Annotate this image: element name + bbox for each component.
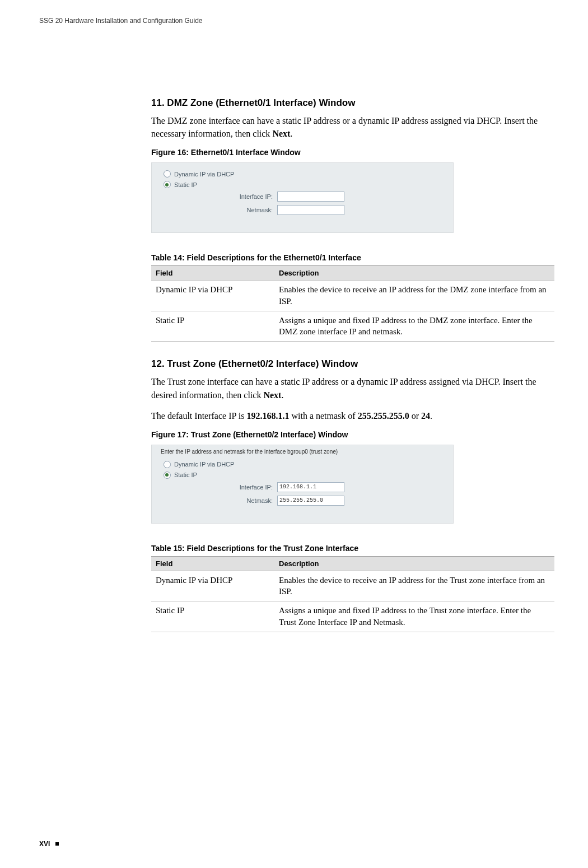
interface-ip-input[interactable] [277,482,344,492]
text: . [281,390,283,400]
text: The default Interface IP is [151,411,246,421]
radio-col [160,472,174,479]
dhcp-option-label: Dynamic IP via DHCP [174,461,445,468]
netmask-label: Netmask: [204,207,277,213]
radio-col [160,461,174,468]
table-header-row: Field Description [151,266,554,281]
running-header: SSG 20 Hardware Installation and Configu… [39,17,554,25]
static-option-row[interactable]: Static IP [160,470,445,480]
figure-16-caption: Figure 16: Ethernet0/1 Interface Window [151,148,554,157]
section-12-para2: The default Interface IP is 192.168.1.1 … [151,409,554,422]
dhcp-option-row[interactable]: Dynamic IP via DHCP [160,169,445,179]
text: with a netmask of [289,411,357,421]
interface-ip-label: Interface IP: [204,484,277,491]
page-footer: XVI [39,840,59,848]
default-ip: 192.168.1.1 [246,411,289,421]
table-row: Static IP Assigns a unique and fixed IP … [151,601,554,632]
static-option-row[interactable]: Static IP [160,179,445,190]
cell-field: Dynamic IP via DHCP [151,571,274,601]
netmask-row: Netmask: [160,203,445,217]
table-14: Field Description Dynamic IP via DHCP En… [151,265,554,342]
section-12-heading: 12. Trust Zone (Ethernet0/2 Interface) W… [151,358,554,370]
section-11-para: The DMZ zone interface can have a static… [151,114,554,140]
netmask-label: Netmask: [204,497,277,504]
text: . [290,129,292,138]
radio-dot [165,183,169,186]
table-15: Field Description Dynamic IP via DHCP En… [151,556,554,632]
page-number: XVI [39,840,50,848]
text: The Trust zone interface can have a stat… [151,377,536,399]
next-keyword: Next [272,129,290,138]
netmask-input[interactable] [277,205,344,215]
text: or [409,411,421,421]
table-header-row: Field Description [151,556,554,571]
section-11-heading: 11. DMZ Zone (Ethernet0/1 Interface) Win… [151,97,554,109]
radio-unchecked-icon[interactable] [164,170,171,178]
interface-ip-label: Interface IP: [204,193,277,200]
interface-ip-row: Interface IP: [160,190,445,203]
cell-desc: Enables the device to receive an IP addr… [274,281,554,311]
cell-field: Dynamic IP via DHCP [151,281,274,311]
static-option-label: Static IP [174,181,445,188]
default-cidr: 24 [421,411,430,421]
table-row: Dynamic IP via DHCP Enables the device t… [151,281,554,311]
ethernet01-panel: Dynamic IP via DHCP Static IP Interface … [151,162,454,233]
dhcp-option-label: Dynamic IP via DHCP [174,171,445,178]
main-content: 11. DMZ Zone (Ethernet0/1 Interface) Win… [151,97,554,632]
section-12-para1: The Trust zone interface can have a stat… [151,375,554,401]
radio-checked-icon[interactable] [164,472,171,479]
interface-ip-input[interactable] [277,192,344,202]
radio-unchecked-icon[interactable] [164,461,171,468]
th-description: Description [274,556,554,571]
cell-desc: Assigns a unique and fixed IP address to… [274,311,554,342]
table-row: Static IP Assigns a unique and fixed IP … [151,311,554,342]
table-14-caption: Table 14: Field Descriptions for the Eth… [151,253,554,262]
default-mask: 255.255.255.0 [358,411,409,421]
radio-col [160,170,174,178]
cell-desc: Enables the device to receive an IP addr… [274,571,554,601]
netmask-row: Netmask: [160,494,445,507]
interface-ip-row: Interface IP: [160,480,445,494]
trust-zone-panel: Enter the IP address and netmask for the… [151,445,454,524]
square-bullet-icon [55,842,59,846]
netmask-input[interactable] [277,496,344,506]
radio-checked-icon[interactable] [164,181,171,188]
radio-col [160,181,174,188]
th-description: Description [274,266,554,281]
th-field: Field [151,266,274,281]
panel-instruction: Enter the IP address and netmask for the… [160,449,445,455]
figure-17-caption: Figure 17: Trust Zone (Ethernet0/2 Inter… [151,430,554,439]
static-option-label: Static IP [174,472,445,478]
cell-desc: Assigns a unique and fixed IP address to… [274,601,554,632]
th-field: Field [151,556,274,571]
dhcp-option-row[interactable]: Dynamic IP via DHCP [160,459,445,470]
table-15-caption: Table 15: Field Descriptions for the Tru… [151,544,554,553]
text: . [430,411,432,421]
radio-dot [165,473,169,477]
cell-field: Static IP [151,311,274,342]
text: The DMZ zone interface can have a static… [151,116,538,138]
next-keyword: Next [263,390,281,400]
table-row: Dynamic IP via DHCP Enables the device t… [151,571,554,601]
cell-field: Static IP [151,601,274,632]
